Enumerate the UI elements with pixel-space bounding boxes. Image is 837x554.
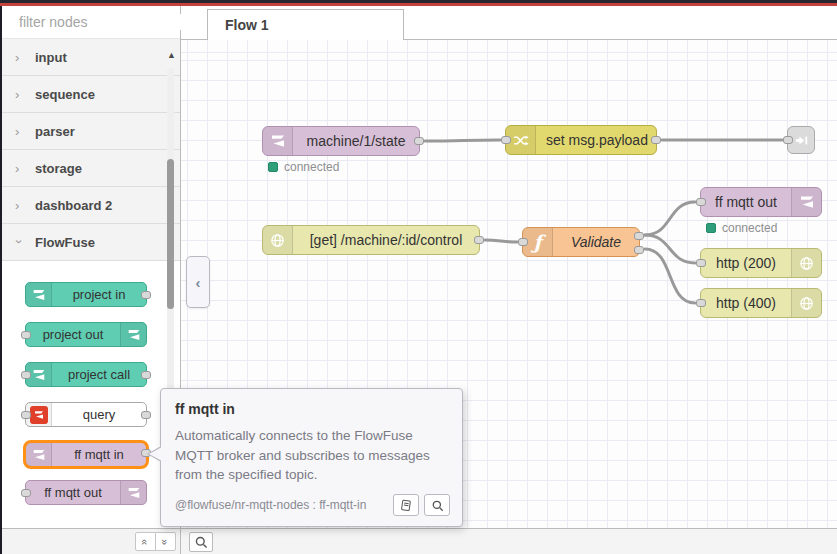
tooltip-module-id: @flowfuse/nr-mqtt-nodes : ff-mqtt-in [175, 498, 388, 512]
output-port[interactable] [141, 411, 151, 419]
open-docs-button[interactable] [393, 494, 419, 516]
palette-node-ff-mqtt-in[interactable]: ff mqtt in [23, 440, 149, 469]
filter-nodes-input[interactable] [19, 14, 200, 30]
tab-label: Flow 1 [225, 17, 269, 33]
node-label: machine/1/state [293, 133, 419, 149]
category-label: sequence [35, 87, 95, 102]
palette-node-project-in[interactable]: project in [25, 282, 147, 307]
input-port[interactable] [783, 136, 793, 144]
globe-icon [791, 289, 821, 317]
zoom-help-button[interactable] [424, 494, 450, 516]
wire [645, 249, 695, 303]
palette-node-list: project in project out project call [2, 261, 180, 505]
chevron-right-icon: › [15, 124, 23, 139]
palette-node-label: project call [52, 367, 146, 382]
input-port[interactable] [21, 371, 31, 379]
input-port[interactable] [21, 411, 31, 419]
search-icon [194, 535, 208, 549]
input-port[interactable] [501, 136, 511, 144]
search-flows-button[interactable] [189, 532, 213, 552]
flow-node-http-response-400[interactable]: http (400) [700, 288, 822, 318]
output-port[interactable] [414, 137, 424, 145]
tab-flow-1[interactable]: Flow 1 [207, 9, 404, 40]
tooltip-description: Automatically connects to the FlowFuse M… [175, 426, 448, 485]
flow-node-function-validate[interactable]: ƒ Validate [522, 227, 640, 257]
palette-category-sequence[interactable]: › sequence [2, 76, 180, 113]
palette-scrollbar-thumb[interactable] [167, 159, 174, 309]
node-status: connected [706, 221, 777, 235]
chevron-right-icon: › [15, 50, 23, 65]
palette-search[interactable] [2, 6, 180, 39]
status-text: connected [722, 221, 777, 235]
output-port[interactable] [651, 136, 661, 144]
output-port[interactable] [141, 291, 151, 299]
chevron-down-icon: › [12, 239, 27, 247]
palette-node-label: project in [52, 287, 146, 302]
expand-all-button[interactable]: » [155, 532, 176, 551]
category-label: dashboard 2 [35, 198, 112, 213]
status-dot-green [268, 162, 278, 172]
output-port[interactable] [141, 371, 151, 379]
palette-collapse-button[interactable]: ‹ [186, 256, 210, 308]
flow-node-mqtt-in[interactable]: machine/1/state [262, 126, 420, 156]
workspace-footer [181, 528, 837, 554]
node-label: http (200) [701, 255, 791, 271]
input-port[interactable] [696, 299, 706, 307]
palette-sidebar: › input › sequence › parser › storage › … [0, 6, 181, 554]
category-label: input [35, 50, 67, 65]
node-label: set msg.payload [536, 132, 658, 148]
input-port[interactable] [696, 259, 706, 267]
palette-category-dashboard2[interactable]: › dashboard 2 [2, 187, 180, 224]
node-label: [get] /machine/:id/control [293, 232, 479, 248]
wire [645, 202, 695, 235]
output-port-2[interactable] [634, 246, 644, 254]
palette-node-label: project out [26, 327, 120, 342]
flow-node-http-response-200[interactable]: http (200) [700, 248, 822, 278]
flow-node-link-out[interactable] [787, 126, 815, 154]
category-label: storage [35, 161, 82, 176]
palette-category-input[interactable]: › input [2, 39, 180, 76]
scroll-up-arrow-icon[interactable]: ▲ [167, 50, 176, 60]
flowfuse-icon [26, 283, 52, 306]
flowfuse-icon [263, 127, 293, 155]
flowfuse-icon [120, 481, 146, 504]
node-red-editor: › input › sequence › parser › storage › … [0, 0, 837, 554]
book-icon [399, 498, 413, 512]
palette-node-label: ff mqtt in [52, 447, 146, 462]
flow-node-ff-mqtt-out[interactable]: ff mqtt out [700, 187, 822, 217]
status-dot-green [706, 223, 716, 233]
palette-category-parser[interactable]: › parser [2, 113, 180, 150]
node-label: ff mqtt out [701, 194, 791, 210]
input-port[interactable] [21, 331, 31, 339]
palette-node-label: query [52, 407, 146, 422]
globe-icon [263, 226, 293, 254]
input-port[interactable] [518, 238, 528, 246]
flow-tab-bar: Flow 1 [181, 6, 837, 40]
input-port[interactable] [21, 489, 31, 497]
flow-node-http-in[interactable]: [get] /machine/:id/control [262, 225, 480, 255]
input-port[interactable] [696, 198, 706, 206]
flowfuse-icon [120, 323, 146, 346]
palette-node-label: ff mqtt out [26, 485, 120, 500]
category-label: FlowFuse [35, 235, 95, 250]
palette-node-ff-mqtt-out[interactable]: ff mqtt out [25, 480, 147, 505]
palette-node-project-out[interactable]: project out [25, 322, 147, 347]
node-status: connected [268, 160, 339, 174]
output-port[interactable] [474, 236, 484, 244]
tooltip-title: ff mqtt in [175, 401, 448, 417]
palette-node-project-call[interactable]: project call [25, 362, 147, 387]
status-text: connected [284, 160, 339, 174]
node-label: Validate [553, 234, 639, 250]
flow-node-change[interactable]: set msg.payload [505, 125, 657, 155]
palette-category-storage[interactable]: › storage [2, 150, 180, 187]
collapse-all-button[interactable]: « [135, 532, 156, 551]
wire [485, 240, 517, 242]
flowfuse-icon [791, 188, 821, 216]
wire [425, 140, 500, 141]
palette-category-flowfuse[interactable]: › FlowFuse [2, 224, 180, 261]
output-port-1[interactable] [634, 232, 644, 240]
chevron-right-icon: › [15, 87, 23, 102]
search-icon [431, 499, 444, 512]
node-label: http (400) [701, 295, 791, 311]
palette-node-query[interactable]: query [25, 402, 147, 427]
